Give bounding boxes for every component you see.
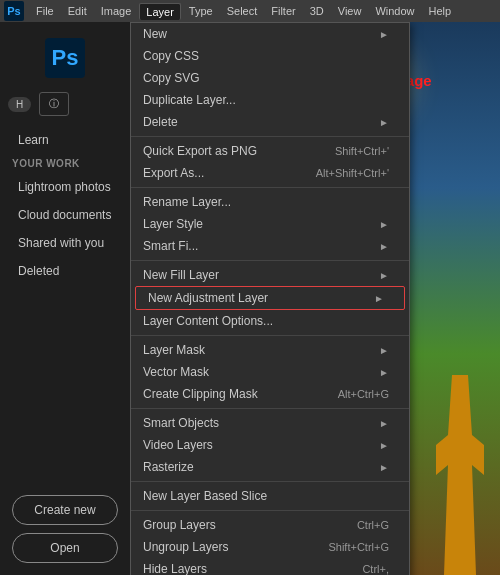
- info-icon: ⓘ: [49, 97, 59, 111]
- menu-export-as[interactable]: Export As... Alt+Shift+Ctrl+': [131, 162, 409, 184]
- menu-smart-objects[interactable]: Smart Objects ►: [131, 412, 409, 434]
- menu-layer-mask-label: Layer Mask: [143, 343, 205, 357]
- menu-smart-filter[interactable]: Smart Fi... ►: [131, 235, 409, 257]
- menu-copy-css[interactable]: Copy CSS: [131, 45, 409, 67]
- menu-3d[interactable]: 3D: [304, 3, 330, 19]
- menu-smart-objects-label: Smart Objects: [143, 416, 219, 430]
- menu-rename[interactable]: Rename Layer...: [131, 191, 409, 213]
- menu-delete-label: Delete: [143, 115, 178, 129]
- sep-2: [131, 187, 409, 188]
- menu-new-arrow: ►: [379, 29, 389, 40]
- layer-dropdown: New ► Copy CSS Copy SVG Duplicate Layer.…: [130, 22, 410, 575]
- menu-ungroup-layers[interactable]: Ungroup Layers Shift+Ctrl+G: [131, 536, 409, 558]
- menu-copy-css-label: Copy CSS: [143, 49, 199, 63]
- menu-layer-mask[interactable]: Layer Mask ►: [131, 339, 409, 361]
- menu-new-fill[interactable]: New Fill Layer ►: [131, 264, 409, 286]
- menu-layer-mask-arrow: ►: [379, 345, 389, 356]
- sidebar-item-shared[interactable]: Shared with you: [6, 230, 124, 256]
- menu-vector-mask[interactable]: Vector Mask ►: [131, 361, 409, 383]
- menu-help[interactable]: Help: [423, 3, 458, 19]
- menu-video-layers-label: Video Layers: [143, 438, 213, 452]
- menu-hide-layers-label: Hide Layers: [143, 562, 207, 575]
- menu-group-layers-shortcut: Ctrl+G: [357, 519, 389, 531]
- sidebar-item-lightroom[interactable]: Lightroom photos: [6, 174, 124, 200]
- menu-smart-objects-arrow: ►: [379, 418, 389, 429]
- tab-home[interactable]: H: [8, 97, 31, 112]
- sep-4: [131, 335, 409, 336]
- menu-vector-mask-arrow: ►: [379, 367, 389, 378]
- sidebar-logo: Ps: [45, 38, 85, 78]
- menu-window[interactable]: Window: [369, 3, 420, 19]
- menu-smart-filter-arrow: ►: [379, 241, 389, 252]
- menu-copy-svg[interactable]: Copy SVG: [131, 67, 409, 89]
- menu-export-as-shortcut: Alt+Shift+Ctrl+': [316, 167, 389, 179]
- menu-copy-svg-label: Copy SVG: [143, 71, 200, 85]
- tab-h-label: H: [16, 99, 23, 110]
- menu-smart-filter-label: Smart Fi...: [143, 239, 198, 253]
- menu-quick-export[interactable]: Quick Export as PNG Shift+Ctrl+': [131, 140, 409, 162]
- menu-new-layer-slice-label: New Layer Based Slice: [143, 489, 267, 503]
- menu-clipping-mask-shortcut: Alt+Ctrl+G: [338, 388, 389, 400]
- menu-select[interactable]: Select: [221, 3, 264, 19]
- sidebar-item-learn[interactable]: Learn: [6, 127, 124, 153]
- menu-rasterize-arrow: ►: [379, 462, 389, 473]
- menu-new-label: New: [143, 27, 167, 41]
- menu-delete-arrow: ►: [379, 117, 389, 128]
- menu-hide-layers[interactable]: Hide Layers Ctrl+,: [131, 558, 409, 575]
- menubar: Ps File Edit Image Layer Type Select Fil…: [0, 0, 500, 22]
- menu-image[interactable]: Image: [95, 3, 138, 19]
- menu-duplicate[interactable]: Duplicate Layer...: [131, 89, 409, 111]
- menu-hide-layers-shortcut: Ctrl+,: [362, 563, 389, 575]
- sep-6: [131, 481, 409, 482]
- menu-view[interactable]: View: [332, 3, 368, 19]
- your-work-label: YOUR WORK: [0, 154, 130, 173]
- menu-edit[interactable]: Edit: [62, 3, 93, 19]
- menu-quick-export-shortcut: Shift+Ctrl+': [335, 145, 389, 157]
- sep-1: [131, 136, 409, 137]
- sep-3: [131, 260, 409, 261]
- menu-layer-style-arrow: ►: [379, 219, 389, 230]
- menu-new[interactable]: New ►: [131, 23, 409, 45]
- sidebar-item-deleted[interactable]: Deleted: [6, 258, 124, 284]
- menu-type[interactable]: Type: [183, 3, 219, 19]
- main-layout: Ps H ⓘ Learn YOUR WORK Lightroom photos …: [0, 22, 500, 575]
- menu-group-layers-label: Group Layers: [143, 518, 216, 532]
- menu-video-layers-arrow: ►: [379, 440, 389, 451]
- menu-layer-style[interactable]: Layer Style ►: [131, 213, 409, 235]
- menu-new-adjustment-label: New Adjustment Layer: [148, 291, 268, 305]
- menu-new-layer-slice[interactable]: New Layer Based Slice: [131, 485, 409, 507]
- menu-delete[interactable]: Delete ►: [131, 111, 409, 133]
- menu-rasterize-label: Rasterize: [143, 460, 194, 474]
- create-new-button[interactable]: Create new: [12, 495, 118, 525]
- tab-info[interactable]: ⓘ: [39, 92, 69, 116]
- sidebar-item-cloud[interactable]: Cloud documents: [6, 202, 124, 228]
- menu-new-fill-label: New Fill Layer: [143, 268, 219, 282]
- open-button[interactable]: Open: [12, 533, 118, 563]
- menu-layer[interactable]: Layer: [139, 3, 181, 20]
- menu-duplicate-label: Duplicate Layer...: [143, 93, 236, 107]
- menu-video-layers[interactable]: Video Layers ►: [131, 434, 409, 456]
- giraffe-shape: [420, 375, 500, 575]
- menu-quick-export-label: Quick Export as PNG: [143, 144, 257, 158]
- menu-new-adjustment[interactable]: New Adjustment Layer ►: [135, 286, 405, 310]
- menu-file[interactable]: File: [30, 3, 60, 19]
- menu-new-adjustment-arrow: ►: [374, 293, 384, 304]
- menu-group-layers[interactable]: Group Layers Ctrl+G: [131, 514, 409, 536]
- menu-rasterize[interactable]: Rasterize ►: [131, 456, 409, 478]
- menu-layer-content-label: Layer Content Options...: [143, 314, 273, 328]
- sep-7: [131, 510, 409, 511]
- content-area: ome to Photoshop, Sha... New ► Copy CSS …: [130, 22, 500, 575]
- sidebar-tab-row: H ⓘ: [0, 90, 130, 118]
- menu-rename-label: Rename Layer...: [143, 195, 231, 209]
- menu-clipping-mask-label: Create Clipping Mask: [143, 387, 258, 401]
- menu-vector-mask-label: Vector Mask: [143, 365, 209, 379]
- menu-layer-content[interactable]: Layer Content Options...: [131, 310, 409, 332]
- menu-export-as-label: Export As...: [143, 166, 204, 180]
- sep-5: [131, 408, 409, 409]
- menu-clipping-mask[interactable]: Create Clipping Mask Alt+Ctrl+G: [131, 383, 409, 405]
- menu-ungroup-layers-label: Ungroup Layers: [143, 540, 228, 554]
- menu-layer-style-label: Layer Style: [143, 217, 203, 231]
- menu-filter[interactable]: Filter: [265, 3, 301, 19]
- ps-logo: Ps: [4, 1, 24, 21]
- sidebar: Ps H ⓘ Learn YOUR WORK Lightroom photos …: [0, 22, 130, 575]
